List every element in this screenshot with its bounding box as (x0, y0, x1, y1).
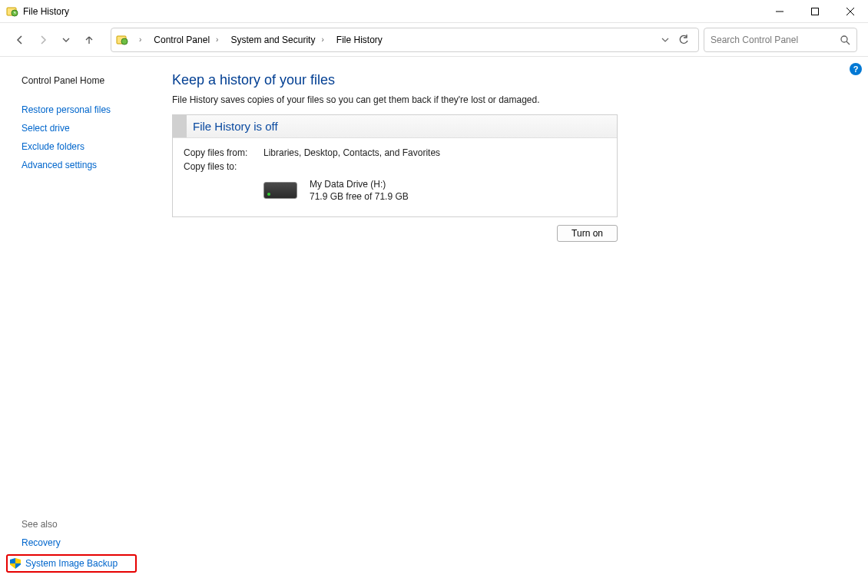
system-image-backup-label: System Image Backup (25, 558, 118, 569)
breadcrumb-group-label: System and Security (230, 35, 315, 45)
svg-line-9 (846, 41, 850, 45)
search-input[interactable] (711, 35, 840, 45)
address-bar[interactable]: › Control Panel › System and Security › … (111, 28, 699, 52)
nav-back-button[interactable] (11, 31, 29, 49)
help-icon[interactable]: ? (850, 63, 862, 75)
main-content: ? Keep a history of your files File Hist… (154, 57, 868, 588)
search-box[interactable] (704, 28, 857, 52)
sidebar: Control Panel Home Restore personal file… (0, 57, 154, 588)
breadcrumb-group[interactable]: System and Security › (226, 28, 328, 51)
drive-space: 71.9 GB free of 71.9 GB (310, 190, 409, 203)
sidebar-select-drive[interactable]: Select drive (22, 123, 154, 134)
drive-icon (263, 182, 297, 199)
close-button[interactable] (833, 0, 868, 23)
breadcrumb-root[interactable]: Control Panel › (149, 28, 223, 51)
search-icon (840, 35, 850, 45)
svg-point-7 (121, 38, 128, 45)
nav-forward-button[interactable] (34, 31, 52, 49)
see-also-system-image-backup[interactable]: System Image Backup (6, 554, 137, 573)
nav-recent-dropdown[interactable] (57, 31, 75, 49)
sidebar-exclude-folders[interactable]: Exclude folders (22, 141, 154, 152)
breadcrumb-root-label: Control Panel (154, 35, 210, 45)
navbar: › Control Panel › System and Security › … (0, 23, 868, 57)
turn-on-button[interactable]: Turn on (557, 225, 618, 242)
sidebar-advanced-settings[interactable]: Advanced settings (22, 160, 154, 170)
address-dropdown-icon[interactable] (661, 36, 669, 44)
svg-point-8 (841, 36, 847, 42)
shield-icon (10, 558, 21, 569)
file-history-status-panel: File History is off Copy files from: Lib… (172, 114, 618, 217)
maximize-button[interactable] (797, 0, 833, 23)
file-history-app-icon (6, 5, 18, 18)
sidebar-restore-personal-files[interactable]: Restore personal files (22, 104, 154, 115)
copy-to-label: Copy files to: (184, 161, 250, 172)
breadcrumb-leaf-label: File History (336, 35, 383, 45)
minimize-button[interactable] (762, 0, 797, 23)
refresh-button[interactable] (678, 35, 689, 45)
svg-rect-3 (812, 8, 819, 15)
page-title: Keep a history of your files (172, 72, 850, 88)
see-also-header: See also (22, 519, 137, 530)
breadcrumb-leaf[interactable]: File History (332, 28, 387, 51)
nav-up-button[interactable] (80, 31, 98, 49)
drive-name: My Data Drive (H:) (310, 178, 409, 190)
copy-from-value: Libraries, Desktop, Contacts, and Favori… (263, 147, 440, 158)
titlebar: File History (0, 0, 868, 23)
page-subtitle: File History saves copies of your files … (172, 94, 850, 105)
address-icon (116, 34, 128, 46)
breadcrumb-control-panel[interactable]: › (131, 28, 146, 51)
see-also-section: See also Recovery System Image Backup (22, 519, 137, 579)
window-title: File History (23, 6, 69, 17)
copy-from-label: Copy files from: (184, 147, 250, 158)
panel-header-text: File History is off (187, 120, 278, 133)
panel-stripe (173, 115, 187, 137)
see-also-recovery[interactable]: Recovery (22, 537, 137, 548)
control-panel-home-link[interactable]: Control Panel Home (22, 75, 154, 86)
